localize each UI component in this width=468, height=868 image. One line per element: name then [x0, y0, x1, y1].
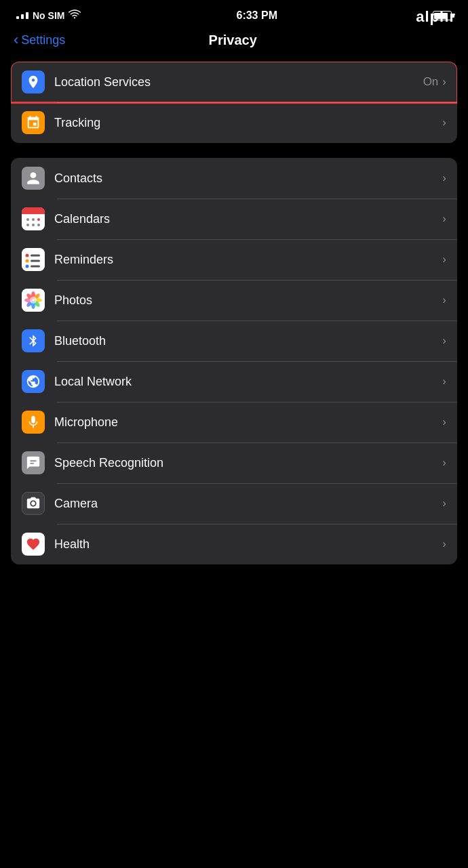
- status-bar: No SIM 6:33 PM: [0, 0, 468, 27]
- svg-point-3: [26, 218, 29, 221]
- photos-label: Photos: [54, 293, 442, 308]
- list-group-2: Contacts ›: [11, 158, 457, 564]
- back-label: Settings: [21, 33, 65, 47]
- tracking-icon: [22, 111, 45, 134]
- bluetooth-label: Bluetooth: [54, 334, 442, 348]
- list-item-local-network[interactable]: Local Network ›: [11, 361, 457, 402]
- wifi-icon: [69, 9, 81, 22]
- list-item-calendars[interactable]: Calendars ›: [11, 199, 457, 239]
- speech-recognition-chevron: ›: [442, 456, 446, 470]
- list-item-health[interactable]: Health ›: [11, 524, 457, 564]
- health-label: Health: [54, 537, 442, 552]
- reminders-chevron: ›: [442, 253, 446, 266]
- location-services-label: Location Services: [54, 75, 423, 89]
- bluetooth-chevron: ›: [442, 334, 446, 348]
- reminders-label: Reminders: [54, 253, 442, 267]
- list-item-speech-recognition[interactable]: Speech Recognition ›: [11, 442, 457, 483]
- back-button[interactable]: ‹ Settings: [14, 33, 65, 47]
- microphone-icon: [22, 411, 45, 434]
- speech-recognition-label: Speech Recognition: [54, 456, 442, 470]
- svg-rect-15: [31, 266, 40, 268]
- back-chevron-icon: ‹: [14, 33, 18, 47]
- contacts-label: Contacts: [54, 171, 442, 186]
- page-title: Privacy: [65, 33, 400, 48]
- local-network-label: Local Network: [54, 375, 442, 389]
- calendars-label: Calendars: [54, 212, 442, 226]
- status-left: No SIM: [16, 9, 81, 22]
- list-item-reminders[interactable]: Reminders ›: [11, 239, 457, 280]
- bluetooth-icon: [22, 329, 45, 352]
- svg-rect-9: [22, 248, 45, 271]
- carrier-label: No SIM: [33, 10, 64, 21]
- photos-icon: [22, 289, 45, 312]
- svg-point-8: [37, 224, 40, 226]
- local-network-icon: [22, 370, 45, 393]
- status-time: 6:33 PM: [236, 9, 277, 22]
- microphone-chevron: ›: [442, 415, 446, 429]
- list-item-photos[interactable]: Photos ›: [11, 280, 457, 321]
- section-1: Location Services On › Tracking ›: [11, 62, 457, 143]
- list-item-location-services[interactable]: Location Services On ›: [11, 62, 457, 102]
- list-group-1: Location Services On › Tracking ›: [11, 62, 457, 143]
- camera-icon: [22, 492, 45, 515]
- svg-point-25: [30, 297, 37, 304]
- health-chevron: ›: [442, 537, 446, 551]
- svg-point-4: [32, 218, 35, 221]
- tracking-chevron: ›: [442, 116, 446, 129]
- camera-label: Camera: [54, 497, 442, 511]
- list-item-contacts[interactable]: Contacts ›: [11, 158, 457, 199]
- svg-point-6: [26, 224, 29, 226]
- signal-dots: [16, 12, 28, 19]
- calendars-icon: [22, 207, 45, 230]
- list-item-camera[interactable]: Camera ›: [11, 483, 457, 524]
- reminders-icon: [22, 248, 45, 271]
- alphr-logo: alphr: [416, 8, 456, 26]
- list-item-microphone[interactable]: Microphone ›: [11, 402, 457, 442]
- location-services-chevron: ›: [442, 75, 446, 89]
- svg-rect-13: [31, 260, 40, 262]
- section-2: Contacts ›: [11, 158, 457, 564]
- svg-point-12: [26, 260, 29, 263]
- speech-recognition-icon: [22, 451, 45, 474]
- contacts-icon: [22, 167, 45, 190]
- microphone-label: Microphone: [54, 415, 442, 430]
- list-item-tracking[interactable]: Tracking ›: [11, 102, 457, 143]
- svg-point-5: [37, 218, 40, 221]
- svg-point-10: [26, 254, 29, 257]
- svg-point-7: [32, 224, 35, 226]
- svg-point-14: [26, 265, 29, 268]
- nav-bar: ‹ Settings Privacy: [0, 27, 468, 56]
- list-item-bluetooth[interactable]: Bluetooth ›: [11, 321, 457, 361]
- photos-chevron: ›: [442, 293, 446, 307]
- svg-rect-2: [22, 207, 45, 214]
- local-network-chevron: ›: [442, 375, 446, 388]
- contacts-chevron: ›: [442, 171, 446, 185]
- location-services-icon: [22, 70, 45, 94]
- tracking-label: Tracking: [54, 116, 442, 130]
- camera-chevron: ›: [442, 497, 446, 510]
- location-services-value: On: [423, 75, 439, 89]
- calendars-chevron: ›: [442, 212, 446, 226]
- svg-rect-11: [31, 255, 40, 257]
- health-icon: [22, 533, 45, 556]
